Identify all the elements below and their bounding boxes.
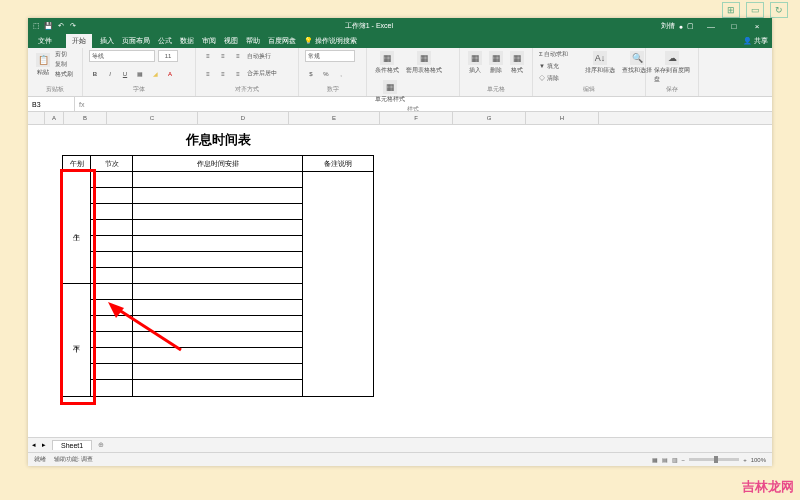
tab-file[interactable]: 文件	[32, 34, 58, 48]
table-cell[interactable]	[91, 204, 133, 220]
close-button[interactable]: ×	[746, 19, 768, 33]
table-cell[interactable]	[133, 236, 303, 252]
wrap-button[interactable]: 自动换行	[247, 52, 271, 61]
select-all-corner[interactable]	[28, 112, 45, 124]
align-right-button[interactable]: ≡	[232, 68, 244, 80]
table-cell[interactable]	[133, 316, 303, 332]
border-button[interactable]: ▦	[134, 68, 146, 80]
col-c[interactable]: C	[107, 112, 198, 124]
table-cell[interactable]	[303, 236, 373, 252]
align-left-button[interactable]: ≡	[202, 68, 214, 80]
table-cell[interactable]	[133, 284, 303, 300]
maximize-button[interactable]: □	[723, 19, 745, 33]
table-cell[interactable]	[91, 252, 133, 268]
italic-button[interactable]: I	[104, 68, 116, 80]
sheet-nav-next[interactable]: ▸	[42, 441, 46, 449]
col-g[interactable]: G	[453, 112, 526, 124]
table-cell[interactable]	[303, 284, 373, 300]
autosave-icon[interactable]: ⬚	[32, 22, 41, 31]
sort-button[interactable]: A↓排序和筛选	[583, 50, 617, 76]
currency-button[interactable]: $	[305, 68, 317, 80]
zoom-level[interactable]: 100%	[751, 457, 766, 463]
table-cell[interactable]	[303, 300, 373, 316]
zoom-in-button[interactable]: +	[743, 457, 747, 463]
table-cell[interactable]	[133, 172, 303, 188]
table-cell[interactable]	[303, 252, 373, 268]
table-cell[interactable]	[303, 348, 373, 364]
clear-button[interactable]: ◇ 清除	[539, 74, 559, 83]
table-cell[interactable]	[91, 380, 133, 396]
table-cell[interactable]	[91, 268, 133, 284]
table-cell[interactable]	[303, 316, 373, 332]
table-cell[interactable]	[303, 220, 373, 236]
share-button[interactable]: 👤 共享	[743, 36, 768, 46]
col-b[interactable]: B	[64, 112, 107, 124]
col-d[interactable]: D	[198, 112, 289, 124]
table-cell[interactable]	[91, 364, 133, 380]
table-cell[interactable]	[303, 380, 373, 396]
fx-icon[interactable]: fx	[75, 101, 88, 108]
table-cell[interactable]	[133, 252, 303, 268]
table-cell[interactable]	[91, 348, 133, 364]
table-cell[interactable]	[133, 380, 303, 396]
copy-button[interactable]: 复制	[55, 60, 73, 69]
ribbon-options-icon[interactable]: ▢	[687, 22, 694, 30]
morning-cell[interactable]: 上午	[63, 172, 91, 284]
save-icon[interactable]: 💾	[44, 22, 53, 31]
font-name-select[interactable]: 等线	[89, 50, 155, 62]
col-h[interactable]: H	[526, 112, 599, 124]
zoom-thumb[interactable]	[714, 456, 718, 463]
table-cell[interactable]	[91, 316, 133, 332]
sheet-nav-prev[interactable]: ◂	[32, 441, 36, 449]
table-cell[interactable]	[91, 300, 133, 316]
paste-button[interactable]: 📋粘贴	[34, 52, 52, 78]
merge-button[interactable]: 合并后居中	[247, 69, 277, 78]
fill-color-button[interactable]: ◢	[149, 68, 161, 80]
name-box[interactable]: B3	[28, 97, 75, 111]
table-cell[interactable]	[133, 348, 303, 364]
sheet-tab[interactable]: Sheet1	[52, 440, 92, 450]
table-cell[interactable]	[303, 332, 373, 348]
find-button[interactable]: 🔍查找和选择	[620, 50, 654, 76]
table-cell[interactable]	[303, 172, 373, 188]
autosum-button[interactable]: Σ 自动求和	[539, 50, 568, 59]
font-size-select[interactable]: 11	[158, 50, 178, 62]
tab-baidu[interactable]: 百度网盘	[268, 36, 296, 46]
table-cell[interactable]	[133, 332, 303, 348]
comma-button[interactable]: ,	[335, 68, 347, 80]
table-cell[interactable]	[91, 220, 133, 236]
table-cell[interactable]	[133, 220, 303, 236]
zoom-out-button[interactable]: −	[682, 457, 686, 463]
cut-button[interactable]: 剪切	[55, 50, 73, 59]
table-cell[interactable]	[91, 284, 133, 300]
cond-format-button[interactable]: ▦条件格式	[373, 50, 401, 76]
baidu-save-button[interactable]: ☁保存到百度网盘	[652, 50, 692, 85]
table-cell[interactable]	[303, 268, 373, 284]
percent-button[interactable]: %	[320, 68, 332, 80]
tab-home[interactable]: 开始	[66, 34, 92, 48]
table-cell[interactable]	[133, 188, 303, 204]
align-mid-button[interactable]: ≡	[217, 50, 229, 62]
table-cell[interactable]	[133, 364, 303, 380]
table-cell[interactable]	[91, 236, 133, 252]
insert-cell-button[interactable]: ▦插入	[466, 50, 484, 76]
underline-button[interactable]: U	[119, 68, 131, 80]
tab-help[interactable]: 帮助	[246, 36, 260, 46]
tab-formula[interactable]: 公式	[158, 36, 172, 46]
zoom-slider[interactable]	[689, 458, 739, 461]
table-cell[interactable]	[303, 188, 373, 204]
redo-icon[interactable]: ↷	[68, 22, 77, 31]
tab-view[interactable]: 视图	[224, 36, 238, 46]
tab-layout[interactable]: 页面布局	[122, 36, 150, 46]
align-top-button[interactable]: ≡	[202, 50, 214, 62]
undo-icon[interactable]: ↶	[56, 22, 65, 31]
table-cell[interactable]	[91, 172, 133, 188]
view-normal-icon[interactable]: ▦	[652, 456, 658, 463]
number-format-select[interactable]: 常规	[305, 50, 355, 62]
align-center-button[interactable]: ≡	[217, 68, 229, 80]
table-cell[interactable]	[303, 364, 373, 380]
fill-button[interactable]: ▼ 填充	[539, 62, 559, 71]
table-cell[interactable]	[133, 204, 303, 220]
delete-cell-button[interactable]: ▦删除	[487, 50, 505, 76]
table-cell[interactable]	[133, 268, 303, 284]
